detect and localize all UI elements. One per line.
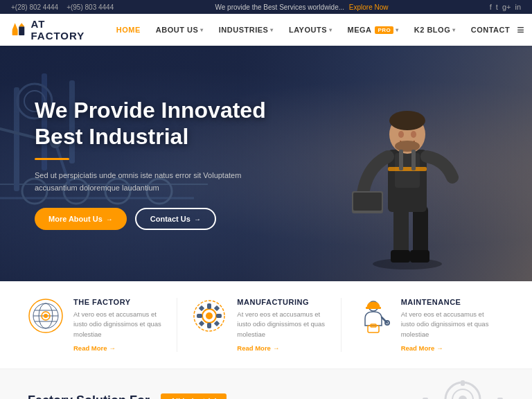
maintenance-icon xyxy=(355,298,391,334)
hero-buttons: More About Us → Contact Us → xyxy=(35,208,266,230)
maintenance-service-desc: At vero eos et accusamus et iusto odio d… xyxy=(401,310,490,339)
facebook-icon[interactable]: f xyxy=(490,3,492,11)
top-bar-contacts: +(28) 802 4444 +(95) 803 4444 xyxy=(11,3,114,11)
hamburger-icon[interactable]: ≡ xyxy=(517,23,524,37)
svg-rect-50 xyxy=(214,321,220,326)
mega-badge: PRO xyxy=(375,26,393,34)
nav-blog[interactable]: K2 BLOG ▾ xyxy=(407,21,463,38)
nav-about[interactable]: ABOUT US ▾ xyxy=(149,21,211,38)
nav-industries[interactable]: INDUSTRIES ▾ xyxy=(212,21,281,38)
phone1[interactable]: +(28) 802 4444 xyxy=(11,3,58,11)
top-bar: +(28) 802 4444 +(95) 803 4444 We provide… xyxy=(0,0,532,14)
bottom-section: Factory Solution For All Industrial xyxy=(0,369,532,399)
maintenance-read-more[interactable]: Read More → xyxy=(401,344,490,352)
svg-rect-20 xyxy=(411,150,416,170)
read-more-arrow-icon-2: → xyxy=(273,344,280,352)
hero-title: We Provide Innovated Best Industrial xyxy=(35,97,266,150)
svg-rect-52 xyxy=(214,305,220,311)
nav-layouts[interactable]: LAYOUTS ▾ xyxy=(282,21,339,38)
svg-rect-7 xyxy=(391,250,410,263)
hero-content: We Provide Innovated Best Industrial Sed… xyxy=(0,97,301,231)
linkedin-icon[interactable]: in xyxy=(515,3,521,11)
factory-service-title: THE FACTORY xyxy=(73,298,163,306)
svg-point-42 xyxy=(44,314,48,318)
svg-line-58 xyxy=(382,317,387,323)
manufacturing-service-desc: At vero eos et accusamus et iusto odio d… xyxy=(237,310,326,339)
svg-rect-18 xyxy=(388,167,427,171)
all-industrial-badge[interactable]: All Industrial xyxy=(161,393,227,399)
social-links: f t g+ in xyxy=(490,3,521,11)
svg-rect-0 xyxy=(12,30,18,35)
read-more-arrow-icon-3: → xyxy=(436,344,443,352)
nav-links: HOME ABOUT US ▾ INDUSTRIES ▾ LAYOUTS ▾ M… xyxy=(109,21,517,38)
manufacturing-icon-wrap xyxy=(191,298,227,334)
manufacturing-service-info: MANUFACTURING At vero eos et accusamus e… xyxy=(237,298,326,352)
service-factory: THE FACTORY At vero eos et accusamus et … xyxy=(28,298,177,352)
bottom-gear-decoration xyxy=(421,379,504,399)
svg-point-14 xyxy=(389,111,425,130)
twitter-icon[interactable]: t xyxy=(496,3,498,11)
googleplus-icon[interactable]: g+ xyxy=(502,3,511,11)
svg-rect-47 xyxy=(197,314,202,318)
maintenance-service-info: MAINTENANCE At vero eos et accusamus et … xyxy=(401,298,490,352)
top-bar-tagline: We provide the Best Services worldwide..… xyxy=(215,3,388,11)
btn1-arrow-icon: → xyxy=(106,215,113,223)
svg-point-17 xyxy=(395,141,420,152)
contact-us-button[interactable]: Contact Us → xyxy=(135,208,216,230)
factory-icon xyxy=(28,298,64,334)
service-manufacturing: MANUFACTURING At vero eos et accusamus e… xyxy=(177,298,341,352)
manufacturing-icon xyxy=(191,298,227,334)
explore-link[interactable]: Explore Now xyxy=(349,3,389,11)
maintenance-icon-wrap xyxy=(355,298,391,334)
manufacturing-service-title: MANUFACTURING xyxy=(237,298,326,306)
factory-service-desc: At vero eos et accusamus et iusto odio d… xyxy=(73,310,163,339)
navbar: AT FACTORY HOME ABOUT US ▾ INDUSTRIES ▾ … xyxy=(0,14,532,46)
hero-section: We Provide Innovated Best Industrial Sed… xyxy=(0,46,532,281)
factory-service-info: THE FACTORY At vero eos et accusamus et … xyxy=(73,298,163,352)
logo-icon xyxy=(11,20,26,39)
svg-rect-55 xyxy=(366,307,381,309)
services-strip: THE FACTORY At vero eos et accusamus et … xyxy=(0,281,532,369)
factory-icon-wrap xyxy=(28,298,64,334)
nav-mega[interactable]: MEGA PRO ▾ xyxy=(340,21,405,38)
svg-rect-1 xyxy=(19,26,24,35)
svg-point-44 xyxy=(206,312,213,319)
nav-home[interactable]: HOME xyxy=(109,21,148,38)
logo[interactable]: AT FACTORY xyxy=(11,18,89,42)
bottom-gear-svg xyxy=(421,379,504,399)
hero-divider xyxy=(35,158,69,160)
svg-rect-8 xyxy=(410,250,429,263)
phone2[interactable]: +(95) 803 4444 xyxy=(66,3,114,11)
nav-contact[interactable]: CONTACT xyxy=(464,21,517,38)
svg-point-62 xyxy=(459,396,467,399)
svg-rect-63 xyxy=(461,380,465,386)
svg-point-15 xyxy=(398,131,404,138)
hero-description: Sed ut perspiciatis unde omnis iste natu… xyxy=(35,170,242,194)
hero-worker-illustration xyxy=(338,60,477,274)
svg-marker-3 xyxy=(19,23,24,26)
svg-rect-48 xyxy=(216,314,222,318)
maintenance-service-title: MAINTENANCE xyxy=(401,298,490,306)
svg-point-16 xyxy=(411,131,416,138)
btn2-arrow-icon: → xyxy=(194,215,201,223)
read-more-arrow-icon: → xyxy=(109,344,116,352)
service-maintenance: MAINTENANCE At vero eos et accusamus et … xyxy=(342,298,504,352)
logo-text: AT FACTORY xyxy=(30,18,88,42)
svg-marker-2 xyxy=(12,23,18,30)
svg-rect-19 xyxy=(399,150,403,170)
more-about-us-button[interactable]: More About Us → xyxy=(35,208,127,230)
svg-rect-45 xyxy=(207,303,211,309)
factory-solution-title: Factory Solution For xyxy=(28,393,150,399)
svg-rect-49 xyxy=(199,305,204,311)
manufacturing-read-more[interactable]: Read More → xyxy=(237,344,326,352)
svg-rect-51 xyxy=(199,321,204,326)
svg-rect-46 xyxy=(207,323,211,328)
svg-rect-12 xyxy=(353,193,382,211)
factory-read-more[interactable]: Read More → xyxy=(73,344,163,352)
